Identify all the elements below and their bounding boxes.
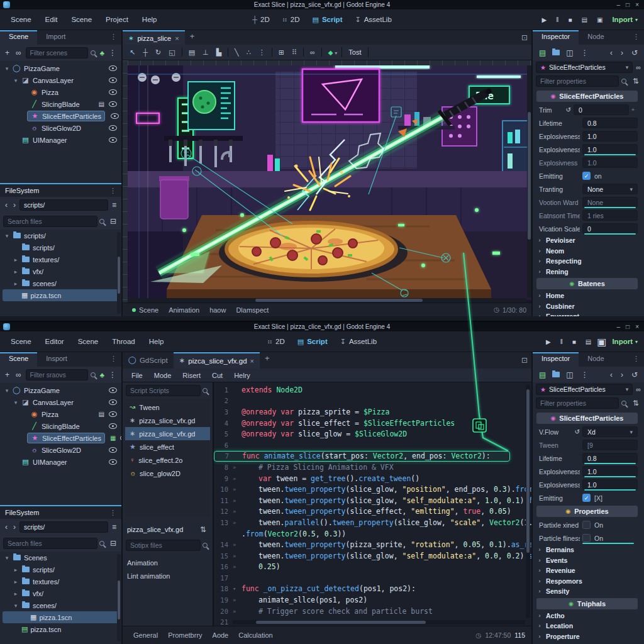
line-number[interactable]: 4	[214, 419, 233, 427]
checkbox[interactable]: ✓	[582, 172, 591, 180]
code-line-8[interactable]: 8»# Pizza Slicing Animation & VFX	[214, 462, 531, 473]
visibility-eye-icon[interactable]	[110, 113, 119, 119]
workspace-assetlib[interactable]: ↧AssetLib	[336, 336, 381, 347]
sort-properties-icon[interactable]: ⇅	[631, 76, 641, 86]
tab-inspector[interactable]: Inspector	[533, 352, 579, 367]
menu-edit[interactable]: Edit	[40, 13, 64, 26]
titlebar[interactable]: Exact Slice | pizza_clice_vfx.gd | Godot…	[0, 322, 644, 331]
scene-node-pizzagame[interactable]: ▾◯PizzaGame	[0, 62, 121, 74]
tab-scene[interactable]: Scene	[0, 30, 37, 45]
script-tab-pizca_slice_vfx.gd[interactable]: ∗pizca_slice_vfx.gd×	[174, 352, 260, 369]
terrain-icon[interactable]: ▙	[213, 47, 225, 58]
load-resource-icon[interactable]	[552, 50, 560, 55]
path-input[interactable]	[19, 521, 108, 533]
line-number[interactable]: 11	[214, 497, 233, 504]
line-number[interactable]: 15	[214, 552, 233, 560]
new-resource-icon[interactable]: ▤	[537, 370, 548, 380]
scene-node-canvaslayer[interactable]: ▾◪CanvasLayer	[0, 396, 121, 408]
scene-node-pizzagame[interactable]: ▾◯PizzaGame	[0, 384, 121, 396]
scene-node-uimanager[interactable]: ▤UIManager	[0, 134, 121, 146]
filter-scenes-input[interactable]	[26, 47, 88, 58]
file-textures/[interactable]: ▸textures/	[0, 253, 121, 265]
filter-properties-input[interactable]	[536, 397, 619, 409]
move-tool-icon[interactable]: ┼	[140, 47, 151, 57]
tab-node[interactable]: Node	[579, 352, 613, 367]
scene-node-sliceeffectparticles[interactable]: ★SliceEffectParticles	[0, 110, 121, 122]
code-editor[interactable]: 1extends Node2D23@onready var pizza_spri…	[214, 382, 531, 626]
checkbox[interactable]	[582, 521, 591, 529]
property-group-reveniue[interactable]: ›Reveniue	[536, 565, 638, 576]
menu-mode[interactable]: Mode	[149, 370, 177, 380]
minimize-icon[interactable]: –	[617, 323, 621, 330]
kebab-menu-icon[interactable]: ⋮	[107, 370, 118, 380]
code-line-19[interactable]: 19»animate_sllce(pos1, pos2)	[214, 594, 531, 606]
line-number[interactable]: 6	[214, 441, 233, 449]
dock-scrollbar[interactable]	[117, 554, 121, 641]
property-group-home[interactable]: ›Home	[536, 291, 638, 301]
checkbox[interactable]: ✓	[582, 494, 591, 502]
code-line-20[interactable]: 20»# Trigger score check and particle bu…	[214, 606, 531, 617]
kebab-menu-icon[interactable]: ⋮	[107, 48, 118, 58]
code-line-2[interactable]: 2	[214, 396, 531, 407]
movie-maker-button[interactable]: ▤	[582, 336, 595, 347]
code-line-16[interactable]: 16»0.25)	[214, 562, 531, 573]
code-line-18[interactable]: 18▾func _on_pizza_cut_detected(pos1, pos…	[214, 584, 531, 595]
smart-snap-icon[interactable]: ⠿	[289, 47, 300, 58]
sort-icon[interactable]: ⊟	[108, 538, 118, 548]
stop-button[interactable]: ■	[569, 336, 580, 347]
property-value[interactable]: 0.8	[582, 453, 638, 464]
menu-help[interactable]: Help	[143, 335, 170, 348]
property-group-neom[interactable]: ›Neom	[536, 246, 638, 257]
history-back-icon[interactable]: ‹	[608, 370, 614, 380]
select-tool-icon[interactable]: ↖	[126, 47, 138, 58]
filter-scenes-input[interactable]	[26, 369, 88, 380]
code-line-10[interactable]: 10»tween.tween_property(slice_glow, "pos…	[214, 484, 531, 495]
path-input[interactable]	[19, 199, 108, 211]
maximize-icon[interactable]: □	[626, 1, 630, 8]
property-group-events[interactable]: ›Events	[536, 555, 638, 566]
play-button[interactable]: ▶	[538, 14, 551, 25]
tab-insport[interactable]: Insport	[37, 352, 76, 367]
script-item-slice_glow2d[interactable]: ☼slice_glow2D	[125, 467, 210, 480]
code-line-12[interactable]: 12»tween.tween_property(slice_effect, "e…	[214, 506, 531, 518]
visibility-eye-icon[interactable]	[108, 411, 118, 418]
scene-node-sliceglow2d[interactable]: ☼SliceGlow2D	[0, 444, 121, 456]
new-tab-button[interactable]: +	[185, 30, 200, 45]
filesystem-header[interactable]: FileSystem ⋮	[0, 505, 121, 519]
scene-node-uimanager[interactable]: ▤UIManager	[0, 456, 121, 468]
code-line-5[interactable]: 5@onready var slice_glow = $SliceGlow2D	[214, 428, 531, 440]
workspace-script[interactable]: ▤Script	[308, 14, 347, 25]
object-selector[interactable]: ★ SliceEffectParticles ▾	[536, 62, 633, 73]
line-number[interactable]: 14	[214, 541, 233, 548]
section-properties[interactable]: ◉Properties	[536, 506, 638, 517]
expand-icon[interactable]: ⊡	[521, 33, 528, 42]
property-value[interactable]: 1 ries	[582, 210, 638, 221]
line-number[interactable]: 3	[214, 408, 233, 416]
workspace-2d[interactable]: ┼2D	[248, 14, 274, 25]
menu-project[interactable]: Project	[100, 13, 134, 26]
checkbox[interactable]	[582, 534, 591, 542]
workspace-2d[interactable]: ⠶2D	[263, 336, 289, 347]
line-number[interactable]: 17	[214, 574, 233, 582]
visibility-eye-icon[interactable]	[108, 89, 118, 96]
property-group-sensity[interactable]: ›Sensity	[536, 586, 638, 597]
line-number[interactable]: 18	[214, 585, 233, 592]
visibility-eye-icon[interactable]	[108, 77, 118, 84]
save-resource-icon[interactable]: ◫	[564, 370, 575, 380]
kebab-menu-icon[interactable]: ⋮	[109, 509, 116, 517]
panel-tab-scene[interactable]: Scene	[128, 305, 163, 315]
property-value[interactable]: 1.0	[582, 157, 638, 168]
scene-node-canvaslayer[interactable]: ▾◪CanvasLayer	[0, 74, 121, 86]
object-selector[interactable]: ★ SliceEffectParticles ▾	[536, 384, 633, 395]
workspace-2d[interactable]: ⠶2D	[278, 14, 304, 25]
property-value[interactable]: 1.0	[582, 131, 638, 142]
panel-tab-animation[interactable]: Animation	[164, 305, 204, 315]
property-value[interactable]: 0	[574, 104, 629, 115]
code-line-13[interactable]: 13»tween.parallel().tween_property(slice…	[214, 517, 531, 528]
add-node-button[interactable]: +	[3, 370, 11, 380]
script-badge-icon[interactable]: ▤	[99, 101, 104, 108]
code-line-4[interactable]: 4@onready var slice_effect = $SliceEffec…	[214, 418, 531, 429]
group-icon[interactable]: ∴	[243, 47, 254, 58]
revert-icon[interactable]: ↺	[575, 428, 580, 435]
movie-button[interactable]: ▣	[597, 336, 606, 348]
